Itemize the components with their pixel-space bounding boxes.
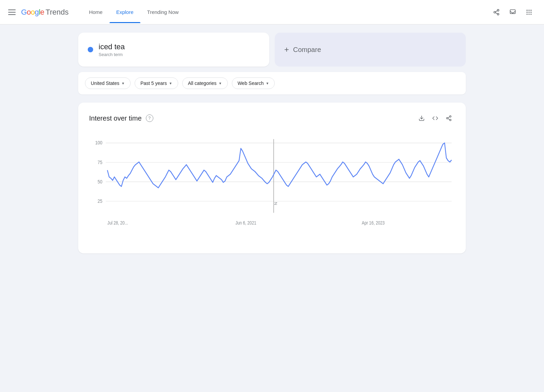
- svg-point-11: [530, 12, 531, 13]
- card-title-row: Interest over time ?: [89, 114, 153, 122]
- svg-point-8: [530, 10, 531, 11]
- compare-label: Compare: [293, 46, 321, 54]
- svg-line-3: [495, 13, 497, 14]
- filter-time[interactable]: Past 5 years ▼: [135, 77, 178, 89]
- nav-explore[interactable]: Explore: [109, 1, 140, 23]
- filters-row: United States ▼ Past 5 years ▼ All categ…: [78, 72, 466, 94]
- filter-country[interactable]: United States ▼: [85, 77, 131, 89]
- search-text: iced tea Search term: [99, 42, 125, 57]
- svg-point-7: [528, 10, 529, 11]
- svg-point-6: [527, 10, 528, 11]
- chart-svg: 100 75 50 25 N Jul 28, 20... Jun 6, 2021…: [89, 135, 455, 244]
- compare-box[interactable]: + Compare: [275, 33, 466, 67]
- svg-text:75: 75: [98, 159, 102, 165]
- chevron-down-icon: ▼: [219, 82, 222, 85]
- card-actions: [415, 112, 455, 124]
- svg-point-13: [528, 14, 529, 15]
- share-chart-button[interactable]: [443, 112, 455, 124]
- filter-category[interactable]: All categories ▼: [182, 77, 228, 89]
- svg-text:N: N: [274, 202, 278, 205]
- chart-container: 100 75 50 25 N Jul 28, 20... Jun 6, 2021…: [89, 135, 455, 244]
- search-row: iced tea Search term + Compare: [78, 33, 466, 67]
- svg-text:Apr 16, 2023: Apr 16, 2023: [362, 220, 385, 226]
- feedback-button[interactable]: [506, 5, 520, 19]
- card-header: Interest over time ?: [89, 112, 455, 124]
- interest-over-time-card: Interest over time ?: [78, 103, 466, 253]
- logo[interactable]: Google Trends: [21, 8, 69, 17]
- search-term: iced tea: [99, 42, 125, 51]
- filter-search-type[interactable]: Web Search ▼: [232, 77, 275, 89]
- chevron-down-icon: ▼: [121, 82, 125, 85]
- svg-text:Jun 6, 2021: Jun 6, 2021: [235, 220, 256, 226]
- apps-button[interactable]: [522, 5, 536, 19]
- embed-button[interactable]: [429, 112, 441, 124]
- main-nav: Home Explore Trending Now: [82, 1, 490, 23]
- download-button[interactable]: [415, 112, 428, 124]
- filter-search-type-label: Web Search: [238, 81, 264, 86]
- card-title: Interest over time: [89, 114, 142, 122]
- svg-point-10: [528, 12, 529, 13]
- svg-point-14: [530, 14, 531, 15]
- hamburger-menu[interactable]: [8, 10, 16, 15]
- svg-point-9: [527, 12, 528, 13]
- filter-country-label: United States: [91, 81, 119, 86]
- compare-plus-icon: +: [284, 45, 289, 54]
- svg-text:25: 25: [98, 198, 102, 204]
- share-button[interactable]: [490, 5, 503, 19]
- svg-line-19: [448, 119, 449, 120]
- chevron-down-icon: ▼: [169, 82, 172, 85]
- svg-text:100: 100: [95, 140, 102, 145]
- google-wordmark: Google: [21, 8, 44, 17]
- header-actions: [490, 5, 536, 19]
- nav-home[interactable]: Home: [82, 1, 109, 23]
- main-content: iced tea Search term + Compare United St…: [51, 24, 493, 262]
- filter-category-label: All categories: [188, 81, 217, 86]
- search-box: iced tea Search term: [78, 33, 269, 67]
- svg-text:50: 50: [98, 179, 102, 184]
- nav-trending-now[interactable]: Trending Now: [140, 1, 186, 23]
- svg-line-20: [448, 117, 449, 118]
- trends-wordmark: Trends: [46, 8, 69, 17]
- chevron-down-icon: ▼: [266, 82, 269, 85]
- svg-point-12: [527, 14, 528, 15]
- filter-time-label: Past 5 years: [140, 81, 167, 86]
- search-term-type: Search term: [99, 52, 125, 57]
- help-icon[interactable]: ?: [146, 114, 153, 122]
- header: Google Trends Home Explore Trending Now: [0, 0, 544, 24]
- svg-line-4: [495, 11, 497, 12]
- svg-text:Jul 28, 20...: Jul 28, 20...: [107, 220, 128, 226]
- search-dot: [88, 47, 93, 52]
